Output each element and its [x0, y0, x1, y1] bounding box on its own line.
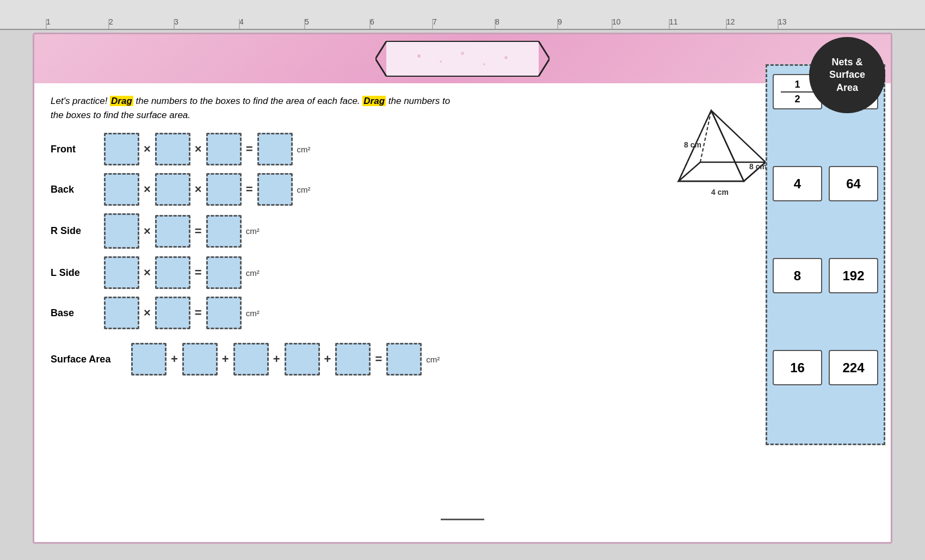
tile-8[interactable]: 8 [773, 258, 822, 293]
front-box-3[interactable] [206, 133, 242, 165]
sa-result[interactable] [386, 343, 422, 376]
front-result[interactable] [257, 133, 293, 165]
back-op-2: × [195, 182, 202, 196]
main-card: Nets & Surface Area Let's practice! Drag… [33, 33, 892, 544]
surface-area-label: Surface Area [51, 354, 127, 365]
sa-box-2[interactable] [182, 343, 218, 376]
back-unit: cm² [297, 185, 311, 194]
svg-point-20 [483, 63, 485, 65]
lside-op-1: × [144, 266, 151, 280]
lside-box-1[interactable] [104, 256, 139, 289]
base-op-1: × [144, 306, 151, 320]
surface-area-row: Surface Area + + + + = cm² [51, 343, 874, 376]
rside-unit: cm² [246, 226, 260, 236]
front-op-2: × [195, 142, 202, 156]
nets-surface-area-badge: Nets & Surface Area [809, 37, 885, 113]
ruler-tick-1: 1 [46, 17, 51, 26]
lside-label: L Side [51, 267, 100, 279]
sa-box-3[interactable] [233, 343, 269, 376]
svg-text:4 cm: 4 cm [711, 188, 729, 196]
tile-224[interactable]: 224 [829, 350, 878, 385]
pyramid-svg: 8 cm 8 cm 4 cm [646, 78, 776, 208]
svg-text:8 cm: 8 cm [749, 162, 767, 171]
front-box-2[interactable] [155, 133, 190, 165]
ruler-tick-3: 3 [174, 17, 178, 26]
svg-text:8 cm: 8 cm [684, 140, 701, 149]
sa-op-2: + [222, 352, 229, 366]
tile-4[interactable]: 4 [773, 166, 822, 201]
tile-192[interactable]: 192 [829, 258, 878, 293]
svg-line-26 [700, 110, 711, 162]
drag-highlight-2: Drag [362, 96, 386, 106]
back-op-1: × [144, 182, 151, 196]
rside-label: R Side [51, 225, 100, 237]
base-label: Base [51, 307, 100, 319]
rside-box-2[interactable] [155, 215, 190, 248]
base-box-2[interactable] [155, 297, 190, 329]
tiles-panel: 1 2 32 4 64 8 192 16 224 [766, 64, 885, 445]
lside-unit: cm² [246, 268, 260, 278]
sa-unit: cm² [426, 355, 440, 364]
rside-result[interactable] [206, 215, 242, 248]
front-box-1[interactable] [104, 133, 139, 165]
fraction-denominator: 2 [794, 94, 800, 105]
drag-highlight-1: Drag [110, 96, 133, 106]
base-unit: cm² [246, 309, 260, 318]
pink-band [34, 34, 891, 83]
svg-point-21 [504, 56, 508, 59]
tile-64[interactable]: 64 [829, 166, 878, 201]
ruler-tick-13: 13 [778, 17, 787, 26]
lside-box-2[interactable] [155, 256, 190, 289]
svg-point-19 [461, 52, 464, 55]
tile-16[interactable]: 16 [773, 350, 822, 385]
sa-op-1: + [171, 352, 178, 366]
sa-op-4: + [324, 352, 331, 366]
back-result[interactable] [257, 173, 293, 206]
svg-rect-14 [386, 41, 539, 76]
ruler-tick-9: 9 [558, 17, 562, 26]
ruler-tick-7: 7 [433, 17, 437, 26]
back-box-2[interactable] [155, 173, 190, 206]
lside-result[interactable] [206, 256, 242, 289]
back-label: Back [51, 184, 100, 195]
svg-point-17 [417, 54, 421, 58]
back-op-3: = [246, 182, 253, 196]
ruler-tick-2: 2 [109, 17, 113, 26]
base-result[interactable] [206, 297, 242, 329]
ruler-tick-11: 11 [669, 17, 678, 26]
ruler-tick-8: 8 [495, 17, 499, 26]
badge-text: Nets & Surface Area [829, 56, 865, 94]
fraction-line [781, 91, 814, 93]
base-box-1[interactable] [104, 297, 139, 329]
ruler-tick-6: 6 [370, 17, 374, 26]
front-op-1: × [144, 142, 151, 156]
front-label: Front [51, 144, 100, 155]
rside-op-2: = [195, 224, 202, 238]
sa-box-4[interactable] [285, 343, 320, 376]
instructions-text: Let's practice! Drag the numbers to the … [51, 94, 459, 122]
ruler-tick-12: 12 [726, 17, 735, 26]
sa-box-5[interactable] [335, 343, 371, 376]
base-row: Base × = cm² [51, 297, 874, 329]
front-unit: cm² [297, 145, 311, 154]
lside-op-2: = [195, 266, 202, 280]
svg-point-18 [440, 60, 442, 63]
ruler-tick-5: 5 [305, 17, 309, 26]
ruler: 1 2 3 4 5 6 7 8 9 10 11 12 13 [0, 0, 925, 30]
front-op-3: = [246, 142, 253, 156]
sa-op-5: = [375, 352, 382, 366]
base-op-2: = [195, 306, 202, 320]
sa-op-3: + [273, 352, 280, 366]
rside-op-1: × [144, 224, 151, 238]
lside-row: L Side × = cm² [51, 256, 874, 289]
back-box-3[interactable] [206, 173, 242, 206]
pyramid-shape: 8 cm 8 cm 4 cm [646, 78, 782, 219]
sa-box-1[interactable] [131, 343, 166, 376]
back-box-1[interactable] [104, 173, 139, 206]
ruler-tick-10: 10 [612, 17, 621, 26]
ribbon-decoration [375, 37, 550, 81]
bottom-line [441, 519, 484, 520]
rside-box-1[interactable] [104, 213, 139, 249]
fraction-numerator: 1 [794, 79, 800, 90]
ruler-tick-4: 4 [239, 17, 244, 26]
